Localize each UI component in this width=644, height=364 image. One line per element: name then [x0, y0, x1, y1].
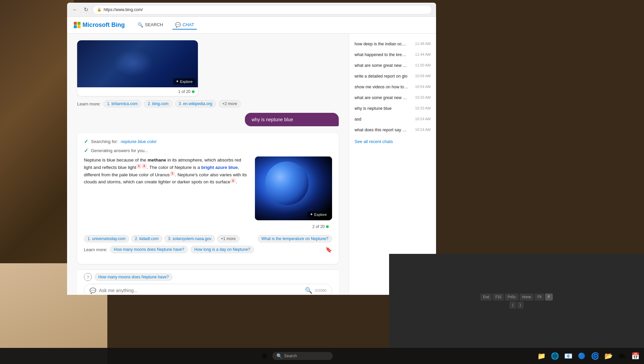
- suggestion-moons[interactable]: How many moons does Neptune have?: [110, 246, 188, 253]
- suggestion-temp[interactable]: What is the temperature on Neptune?: [258, 235, 332, 242]
- chat-query-5: what are some great new restau: [355, 95, 408, 100]
- chat-time-0: 11:48 AM: [415, 42, 431, 46]
- taskbar-browser[interactable]: 🌐: [549, 350, 561, 362]
- source-chip-1-1[interactable]: 1. britannica.com: [103, 100, 141, 107]
- source-2-3[interactable]: 3. solarsystem.nasa.gov: [164, 235, 215, 242]
- taskbar-search-label: Search: [284, 354, 297, 358]
- taskbar-edge[interactable]: 🌀: [589, 350, 601, 362]
- back-button[interactable]: ←: [71, 6, 79, 14]
- search-status-2: ✓ Generating answers for you...: [84, 147, 332, 154]
- ai-response-block: ✓ Searching for: neptune blue color ✓ Ge…: [77, 133, 339, 264]
- neptune-sphere: [265, 162, 309, 205]
- response-text: Neptune is blue because of the methane i…: [84, 156, 250, 220]
- explore-button-1[interactable]: ✦ Explore: [173, 78, 195, 85]
- explore-icon-2: ✦: [310, 212, 313, 217]
- input-field-row: 💬 🔍 0/2000: [84, 284, 332, 295]
- suggestion-day[interactable]: How long is a day on Neptune?: [191, 246, 254, 253]
- recent-chat-item-8[interactable]: what does this report say abou 10:24 AM: [349, 125, 436, 136]
- taskbar-files[interactable]: 📂: [602, 350, 614, 362]
- recent-chat-item-7[interactable]: asd 10:24 AM: [349, 114, 436, 125]
- taskbar-mail[interactable]: 📧: [562, 350, 574, 362]
- taskbar-search[interactable]: 🔍 Search: [272, 352, 333, 360]
- tab-search[interactable]: 🔍 SEARCH: [135, 21, 166, 30]
- tab-search-label: SEARCH: [145, 22, 163, 27]
- compass-icon: ✦: [176, 79, 179, 84]
- recent-chat-item-3[interactable]: write a detailed report on glo 10:58 AM: [349, 71, 436, 82]
- ref-1: 1: [137, 164, 141, 169]
- suggestion-chip-moons[interactable]: How many moons does Neptune have?: [95, 273, 172, 281]
- taskbar-calendar[interactable]: 📅: [629, 350, 641, 362]
- flag-blue: [74, 25, 77, 28]
- windows-start-button[interactable]: ⊞: [258, 349, 271, 363]
- tab-chat[interactable]: 💬 CHAT: [172, 21, 197, 30]
- green-dot-2: [326, 225, 329, 228]
- recent-chat-item-5[interactable]: what are some great new restau 10:33 AM: [349, 93, 436, 103]
- recent-chat-item-2[interactable]: what are some great new restau 11:00 AM: [349, 60, 436, 71]
- search-status-1: ✓ Searching for: neptune blue color: [84, 138, 332, 145]
- see-all-chats[interactable]: See all recent chats: [349, 136, 436, 147]
- main-content: ✦ Explore 1 of 20 Learn more: 1. britann…: [67, 34, 436, 295]
- chat-query-0: how deep is the indian ocean: [355, 42, 408, 46]
- recent-chat-item-0[interactable]: how deep is the indian ocean 11:48 AM: [349, 39, 436, 50]
- taskbar: ⊞ 🔍 Search 📁 🌐 📧 🔵 🌀 📂 🛍 📅: [0, 348, 644, 364]
- recent-chat-item-6[interactable]: why is neptune blue 10:33 AM: [349, 103, 436, 114]
- recent-chat-item-1[interactable]: what happened to the kremlin t 11:44 AM: [349, 50, 436, 60]
- chat-time-7: 10:24 AM: [415, 117, 431, 121]
- source-chip-1-2[interactable]: 2. bing.com: [144, 100, 172, 107]
- learn-more-row-2: Learn more: How many moons does Neptune …: [84, 246, 332, 253]
- address-bar: ← ↻ 🔒 https://www.bing.com/: [67, 3, 436, 17]
- recent-chat-item-4[interactable]: show me videos on how to tie a 10:54 AM: [349, 82, 436, 93]
- bold-methane: methane: [148, 157, 166, 163]
- neptune-image-1: ✦ Explore: [77, 40, 198, 87]
- flag-green: [77, 22, 80, 25]
- char-count: 0/2000: [315, 288, 326, 292]
- response-color: . The color of Neptune is a: [147, 165, 201, 170]
- chat-icon: 💬: [175, 22, 181, 28]
- browser-window: ← ↻ 🔒 https://www.bing.com/ Microsoft Bi…: [67, 3, 436, 295]
- user-message-bubble: why is neptune blue: [245, 113, 339, 126]
- source-chip-1-more[interactable]: +2 more: [219, 100, 241, 107]
- search-icon: 🔍: [138, 22, 143, 28]
- keyboard-area: End F10 PrtSc Home F9 P ( ): [389, 254, 644, 348]
- neptune-image-2: ✦ Explore: [255, 156, 332, 220]
- bing-search-icon: 🔍: [305, 287, 312, 294]
- checkmark-2: ✓: [84, 147, 88, 154]
- source-2-more[interactable]: +1 more: [217, 235, 239, 242]
- flag-red: [74, 22, 77, 25]
- input-area: ? How many moons does Neptune have? 💬 🔍 …: [77, 269, 339, 295]
- first-response-block: ✦ Explore 1 of 20 Learn more: 1. britann…: [77, 40, 339, 107]
- ref-3: 1: [170, 171, 175, 176]
- message-icon: 💬: [90, 287, 96, 294]
- image-count-2: 2 of 20: [84, 222, 332, 231]
- chat-time-1: 11:44 AM: [415, 52, 431, 56]
- response-footer: 1. universetoday.com 2. kidadl.com 3. so…: [84, 235, 332, 253]
- taskbar-folder[interactable]: 📁: [535, 350, 547, 362]
- refresh-button[interactable]: ↻: [82, 6, 90, 14]
- flag-yellow: [77, 25, 80, 28]
- chat-time-5: 10:33 AM: [415, 95, 431, 99]
- learn-more-row-1: Learn more: 1. britannica.com 2. bing.co…: [77, 100, 339, 107]
- neptune-explore-btn[interactable]: ✦ Explore: [307, 211, 329, 218]
- source-2-1[interactable]: 1. universetoday.com: [84, 235, 129, 242]
- chat-time-4: 10:54 AM: [415, 85, 431, 89]
- bookmark-icon[interactable]: 🔖: [325, 246, 332, 253]
- chat-time-2: 11:00 AM: [415, 63, 431, 67]
- chat-query-1: what happened to the kremlin t: [355, 52, 408, 57]
- response-intro: Neptune is blue because of the: [84, 157, 148, 163]
- taskbar-search-icon: 🔍: [276, 353, 282, 359]
- bing-navbar: Microsoft Bing 🔍 SEARCH 💬 CHAT: [67, 17, 436, 34]
- bing-logo-text: Microsoft Bing: [83, 21, 125, 29]
- chat-query-6: why is neptune blue: [355, 106, 392, 111]
- generating-label: Generating answers for you...: [91, 148, 148, 153]
- chat-time-6: 10:33 AM: [415, 106, 431, 110]
- url-bar[interactable]: 🔒 https://www.bing.com/: [93, 5, 432, 14]
- chat-query-2: what are some great new restau: [355, 63, 408, 68]
- source-2-2[interactable]: 2. kidadl.com: [131, 235, 162, 242]
- taskbar-store[interactable]: 🛍: [616, 350, 628, 362]
- lock-icon: 🔒: [97, 7, 102, 12]
- source-chip-1-3[interactable]: 3. en.wikipedia.org: [175, 100, 216, 107]
- searching-label: Searching for:: [91, 139, 118, 144]
- response-body: Neptune is blue because of the methane i…: [84, 156, 332, 220]
- taskbar-teams[interactable]: 🔵: [576, 350, 588, 362]
- chat-input[interactable]: [99, 288, 302, 293]
